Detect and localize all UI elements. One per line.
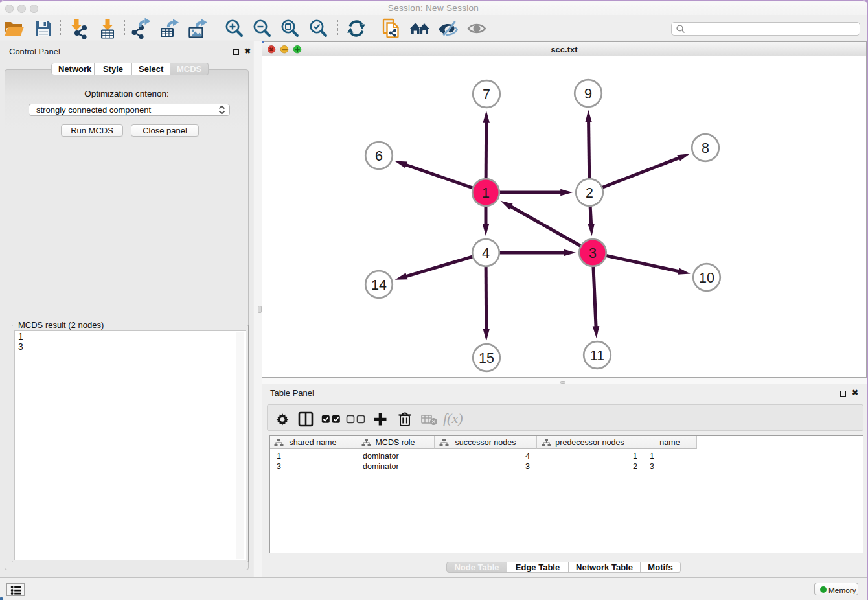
svg-text:6: 6 — [375, 148, 383, 164]
svg-text:9: 9 — [584, 86, 592, 102]
svg-text:14: 14 — [371, 277, 387, 293]
svg-text:2: 2 — [586, 185, 593, 201]
svg-text:10: 10 — [699, 270, 714, 286]
svg-text:15: 15 — [479, 351, 494, 366]
svg-text:4: 4 — [482, 246, 490, 261]
svg-text:7: 7 — [483, 87, 490, 102]
svg-text:8: 8 — [702, 141, 709, 156]
svg-text:11: 11 — [590, 348, 604, 363]
svg-text:1: 1 — [482, 185, 490, 201]
svg-text:3: 3 — [589, 246, 597, 261]
